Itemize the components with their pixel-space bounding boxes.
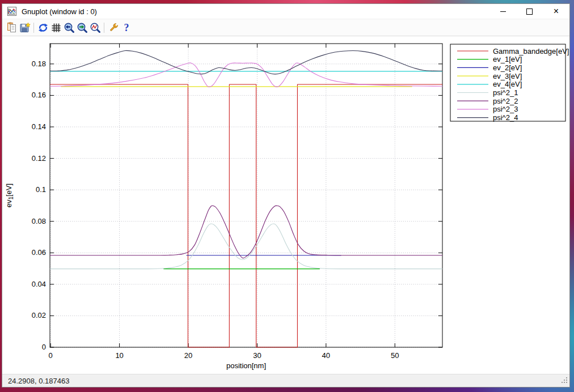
help-icon: ? bbox=[121, 22, 132, 33]
zoom-next-icon bbox=[77, 22, 88, 33]
unzoom-all-button[interactable] bbox=[88, 21, 102, 34]
svg-text:?: ? bbox=[124, 22, 129, 33]
toolbar-separator bbox=[33, 23, 34, 33]
zoom-previous-icon bbox=[64, 22, 75, 33]
gnuplot-app-icon bbox=[7, 7, 16, 16]
legend-label-psi2-2: psi^2_2 bbox=[493, 97, 518, 105]
plot-canvas: 0102030405000.020.040.060.080.10.120.140… bbox=[2, 36, 569, 374]
toolbar-separator bbox=[104, 23, 104, 33]
y-tick-label: 0.08 bbox=[32, 217, 46, 225]
statusbar: 24.2908, 0.187463 bbox=[2, 374, 569, 387]
x-tick-label: 40 bbox=[322, 351, 330, 360]
y-tick-label: 0.04 bbox=[32, 280, 46, 288]
series-psi2-3 bbox=[50, 63, 442, 87]
gnuplot-window: Gnuplot (window id : 0) × bbox=[2, 3, 570, 387]
legend-label-ev-3: ev_3[eV] bbox=[493, 72, 522, 80]
options-button[interactable] bbox=[107, 21, 120, 34]
x-tick-label: 30 bbox=[253, 351, 261, 360]
x-tick-label: 20 bbox=[184, 351, 192, 360]
toggle-grid-button[interactable] bbox=[49, 21, 62, 34]
y-tick-label: 0.06 bbox=[32, 248, 46, 257]
window-controls: × bbox=[489, 4, 569, 19]
series-psi2-4 bbox=[50, 50, 442, 74]
minimize-button[interactable] bbox=[489, 4, 516, 19]
wrench-icon bbox=[108, 22, 119, 33]
y-tick-label: 0.12 bbox=[32, 154, 46, 163]
close-icon: × bbox=[554, 7, 559, 16]
x-tick-label: 0 bbox=[49, 351, 53, 360]
y-tick-label: 0.14 bbox=[32, 122, 46, 131]
unzoom-icon bbox=[90, 22, 101, 33]
maximize-icon bbox=[526, 8, 533, 15]
legend-label-gamma-bandedge: Gamma_bandedge[eV] bbox=[493, 47, 569, 56]
desktop: { "window": { "title": "Gnuplot (window … bbox=[0, 0, 574, 392]
copy-icon bbox=[6, 22, 18, 33]
y-tick-label: 0.16 bbox=[32, 91, 46, 99]
grid-icon bbox=[50, 22, 62, 33]
legend-label-ev-1: ev_1[eV] bbox=[493, 55, 522, 63]
y-axis-label: ev1[eV] bbox=[5, 184, 14, 207]
titlebar[interactable]: Gnuplot (window id : 0) × bbox=[2, 4, 569, 19]
x-axis-label: position[nm] bbox=[226, 361, 266, 370]
legend-label-ev-4: ev_4[eV] bbox=[493, 80, 522, 88]
close-button[interactable]: × bbox=[543, 4, 569, 19]
series-gamma-bandedge bbox=[50, 84, 442, 347]
zoom-previous-button[interactable] bbox=[62, 21, 75, 34]
x-tick-label: 10 bbox=[115, 351, 123, 360]
mouse-coordinates: 24.2908, 0.187463 bbox=[8, 377, 69, 385]
save-graph-button[interactable] bbox=[18, 21, 31, 34]
legend-label-psi2-4: psi^2_4 bbox=[493, 113, 518, 122]
resize-grip[interactable] bbox=[562, 377, 568, 385]
legend-label-psi2-1: psi^2_1 bbox=[493, 88, 518, 97]
toolbar: ? bbox=[2, 19, 569, 36]
y-tick-label: 0.1 bbox=[36, 185, 46, 194]
legend-label-ev-2: ev_2[eV] bbox=[493, 63, 522, 72]
series-psi2-1 bbox=[50, 224, 442, 269]
save-icon bbox=[19, 22, 31, 33]
replot-button[interactable] bbox=[36, 21, 49, 34]
legend-label-psi2-3: psi^2_3 bbox=[493, 105, 518, 113]
window-title: Gnuplot (window id : 0) bbox=[22, 7, 97, 16]
maximize-button[interactable] bbox=[516, 4, 543, 19]
help-button[interactable]: ? bbox=[120, 21, 133, 34]
y-tick-label: 0 bbox=[42, 343, 46, 351]
zoom-next-button[interactable] bbox=[75, 21, 88, 34]
refresh-icon bbox=[37, 22, 49, 33]
x-tick-label: 50 bbox=[391, 351, 399, 360]
plot-border bbox=[50, 44, 442, 347]
y-tick-label: 0.18 bbox=[32, 59, 46, 68]
y-tick-label: 0.02 bbox=[32, 311, 46, 319]
series-psi2-2 bbox=[50, 206, 442, 258]
plot-svg[interactable]: 0102030405000.020.040.060.080.10.120.140… bbox=[2, 36, 569, 376]
minimize-icon bbox=[500, 11, 506, 12]
copy-to-clipboard-button[interactable] bbox=[5, 21, 18, 34]
